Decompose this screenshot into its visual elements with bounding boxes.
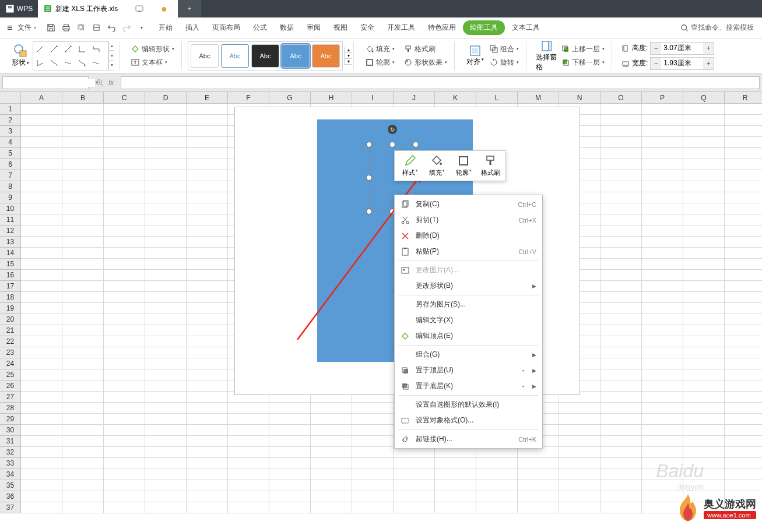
cell[interactable] bbox=[601, 281, 642, 292]
cell[interactable] bbox=[62, 347, 104, 358]
cell[interactable] bbox=[21, 270, 62, 281]
cell[interactable] bbox=[187, 259, 228, 270]
cell[interactable] bbox=[104, 104, 145, 115]
cell[interactable] bbox=[62, 425, 104, 436]
cell[interactable] bbox=[683, 170, 725, 181]
cell[interactable] bbox=[145, 181, 187, 192]
cell[interactable] bbox=[601, 425, 642, 436]
cell[interactable] bbox=[145, 369, 187, 380]
cell[interactable] bbox=[601, 104, 642, 115]
cell[interactable] bbox=[601, 226, 642, 237]
cell[interactable] bbox=[145, 237, 187, 248]
cell[interactable] bbox=[21, 358, 62, 369]
send-backward-button[interactable]: 下移一层▾ bbox=[559, 57, 607, 69]
cell[interactable] bbox=[683, 126, 725, 137]
cell[interactable] bbox=[601, 347, 642, 358]
cell[interactable] bbox=[62, 325, 104, 336]
cell[interactable] bbox=[725, 281, 762, 292]
tab-security[interactable]: 安全 bbox=[354, 19, 380, 36]
cell[interactable] bbox=[352, 447, 394, 458]
cell[interactable] bbox=[145, 425, 187, 436]
tab-devtools[interactable]: 开发工具 bbox=[381, 19, 421, 36]
cell[interactable] bbox=[62, 447, 104, 458]
cell[interactable] bbox=[62, 248, 104, 259]
cell[interactable] bbox=[559, 436, 601, 447]
cell[interactable] bbox=[601, 502, 642, 513]
row-header[interactable]: 34 bbox=[0, 469, 21, 480]
cell[interactable] bbox=[187, 491, 228, 502]
cell[interactable] bbox=[228, 458, 269, 469]
cell[interactable] bbox=[145, 148, 187, 159]
ctx-change-shape[interactable]: 更改形状(B) ▶ bbox=[395, 278, 542, 294]
cell[interactable] bbox=[683, 203, 725, 214]
row-header[interactable]: 5 bbox=[0, 148, 21, 159]
cell[interactable] bbox=[642, 248, 683, 259]
cell[interactable] bbox=[21, 248, 62, 259]
cell[interactable] bbox=[725, 170, 762, 181]
mini-format-painter-button[interactable]: 格式刷 bbox=[477, 153, 503, 178]
cell[interactable] bbox=[62, 358, 104, 369]
ctx-copy[interactable]: 复制(C) Ctrl+C bbox=[395, 196, 542, 212]
cell[interactable] bbox=[601, 469, 642, 480]
cell[interactable] bbox=[683, 192, 725, 203]
cell[interactable] bbox=[62, 259, 104, 270]
cell[interactable] bbox=[394, 502, 435, 513]
width-decrease[interactable]: − bbox=[651, 58, 661, 69]
cell[interactable] bbox=[104, 148, 145, 159]
cell[interactable] bbox=[725, 347, 762, 358]
column-header[interactable]: E bbox=[187, 92, 228, 104]
cell[interactable] bbox=[601, 192, 642, 203]
cell[interactable] bbox=[104, 502, 145, 513]
resize-handle-n[interactable] bbox=[389, 142, 395, 147]
ctx-save-as-picture[interactable]: 另存为图片(S)... bbox=[395, 297, 542, 312]
column-header[interactable]: F bbox=[228, 92, 269, 104]
fill-button[interactable]: 填充▾ bbox=[363, 43, 397, 55]
cell[interactable] bbox=[21, 380, 62, 392]
cell[interactable] bbox=[601, 248, 642, 259]
preview-icon[interactable] bbox=[135, 5, 143, 13]
ctx-paste[interactable]: 粘贴(P) Ctrl+V bbox=[395, 244, 542, 259]
new-tab-button[interactable]: + bbox=[178, 0, 201, 17]
cell[interactable] bbox=[476, 502, 518, 513]
cell[interactable] bbox=[601, 270, 642, 281]
cell[interactable] bbox=[269, 403, 311, 414]
cell[interactable] bbox=[683, 380, 725, 392]
cell[interactable] bbox=[642, 314, 683, 325]
ctx-send-to-back[interactable]: 置于底层(K) ▪▶ bbox=[395, 378, 542, 394]
column-header[interactable]: C bbox=[104, 92, 145, 104]
cell[interactable] bbox=[683, 369, 725, 380]
cell[interactable] bbox=[725, 270, 762, 281]
row-header[interactable]: 26 bbox=[0, 380, 21, 392]
undo-button[interactable] bbox=[105, 22, 118, 34]
style-preset-5[interactable]: Abc bbox=[312, 44, 340, 68]
formula-input[interactable] bbox=[121, 76, 760, 89]
row-header[interactable]: 18 bbox=[0, 292, 21, 303]
cell[interactable] bbox=[21, 491, 62, 502]
cell[interactable] bbox=[145, 447, 187, 458]
cell[interactable] bbox=[435, 458, 476, 469]
cell[interactable] bbox=[642, 358, 683, 369]
cell[interactable] bbox=[104, 469, 145, 480]
cell[interactable] bbox=[642, 292, 683, 303]
ctx-hyperlink[interactable]: 超链接(H)... Ctrl+K bbox=[395, 431, 542, 447]
cell[interactable] bbox=[311, 425, 352, 436]
cell[interactable] bbox=[601, 137, 642, 148]
cell[interactable] bbox=[476, 480, 518, 491]
cell[interactable] bbox=[21, 325, 62, 336]
cell[interactable] bbox=[642, 214, 683, 226]
row-header[interactable]: 35 bbox=[0, 480, 21, 491]
ctx-delete[interactable]: 删除(D) bbox=[395, 228, 542, 244]
cell[interactable] bbox=[187, 347, 228, 358]
cell[interactable] bbox=[104, 237, 145, 248]
cell[interactable] bbox=[62, 369, 104, 380]
row-header[interactable]: 21 bbox=[0, 325, 21, 336]
resize-handle-nw[interactable] bbox=[366, 142, 372, 147]
cell[interactable] bbox=[683, 425, 725, 436]
cell[interactable] bbox=[601, 314, 642, 325]
cell[interactable] bbox=[187, 270, 228, 281]
cell[interactable] bbox=[683, 159, 725, 170]
cell[interactable] bbox=[104, 126, 145, 137]
cell[interactable] bbox=[62, 491, 104, 502]
cell[interactable] bbox=[683, 325, 725, 336]
cell[interactable] bbox=[104, 181, 145, 192]
